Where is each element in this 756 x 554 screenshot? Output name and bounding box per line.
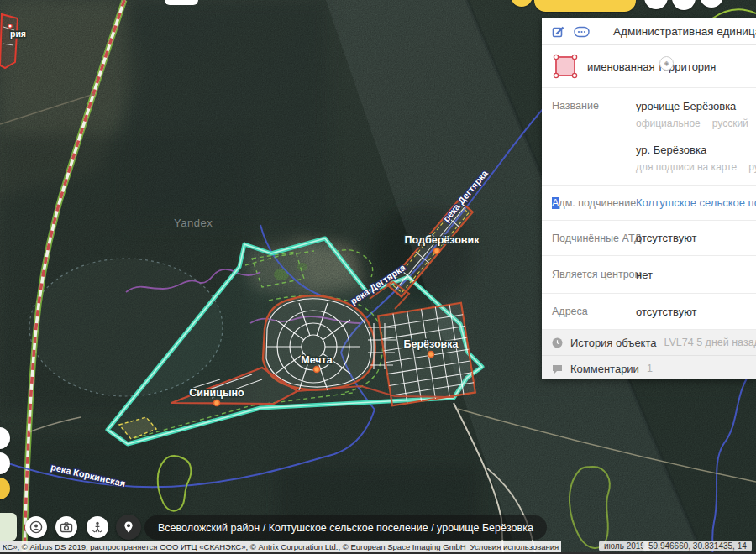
tool-button-yellow-pill[interactable] <box>534 0 636 12</box>
history-meta: LVL74 5 дней назад <box>664 337 756 348</box>
name-official-kind: официальное <box>636 118 701 129</box>
object-info-panel: Административная единица ◈ именованная т… <box>542 18 756 379</box>
comments-row[interactable]: Комментарии 1 <box>542 356 756 379</box>
imagery-date-pill[interactable]: июль 2019 <box>599 541 650 551</box>
label-mechta[interactable]: Мечта <box>301 354 333 366</box>
person-badge-icon <box>29 520 43 534</box>
admin-parent-link[interactable]: Колтушское сельское поселение <box>636 196 756 209</box>
name-map-value[interactable]: ур. Берёзовка <box>636 144 756 156</box>
is-center-row: Является центром нет <box>542 256 756 294</box>
comments-count: 1 <box>647 363 653 374</box>
search-box-sliver[interactable] <box>165 0 198 5</box>
app-window: Подберёзовик Берёзовка Мечта Синицыно ри… <box>0 0 756 554</box>
label-sinitsyno[interactable]: Синицыно <box>189 387 244 399</box>
marker-berezovka[interactable] <box>428 352 434 358</box>
name-map-kind: для подписи на карте <box>636 161 737 173</box>
name-section: Название урочище Берёзовка официальное р… <box>542 88 756 186</box>
location-button[interactable] <box>116 515 141 540</box>
admin-parent-row: Адм. подчинение Колтушское сельское посе… <box>542 186 756 221</box>
comments-bubble-icon <box>552 363 563 374</box>
copyright-text: КС», © Airbus DS 2019, распространяется … <box>3 542 466 551</box>
addresses-row: Адреса отсутствуют <box>542 294 756 330</box>
label-territory-partial: рия <box>10 29 26 39</box>
name-map-lang: русский <box>748 161 756 173</box>
neighbor-territory-outline[interactable] <box>0 14 18 68</box>
panel-header: Административная единица <box>542 18 756 45</box>
name-label: Название <box>552 100 636 112</box>
subordinate-value: отсутствуют <box>636 232 697 244</box>
label-podberezovik[interactable]: Подберёзовик <box>405 234 480 246</box>
is-center-label: Является центром <box>552 269 636 280</box>
berezovka-settlement[interactable] <box>378 303 475 405</box>
addresses-value: отсутствуют <box>636 306 697 318</box>
marker-sinitsyno[interactable] <box>214 400 220 406</box>
camera-icon <box>60 520 73 534</box>
history-label: История объекта <box>570 337 657 349</box>
panel-title: Административная единица <box>613 25 756 38</box>
history-clock-icon <box>552 337 563 348</box>
marker-mechta[interactable] <box>314 367 320 373</box>
yandex-watermark: Yandex <box>174 217 213 229</box>
collapse-panel-icon[interactable]: ◈ <box>659 56 674 71</box>
name-official-lang: русский <box>712 118 748 129</box>
marker-podberezovik[interactable] <box>434 248 440 254</box>
comments-label: Комментарии <box>570 363 639 375</box>
subordinate-label: Подчинённые АТД <box>552 233 636 244</box>
profile-button[interactable] <box>25 516 47 538</box>
territory-swatch-icon <box>552 53 579 80</box>
is-center-value: нет <box>636 269 653 281</box>
terms-link[interactable]: Условия использования <box>470 542 559 551</box>
history-row[interactable]: История объекта LVL74 5 дней назад <box>542 330 756 356</box>
more-icon[interactable] <box>574 26 590 38</box>
object-type-label: именованная территория <box>587 60 716 73</box>
addresses-label: Адреса <box>552 306 636 317</box>
copyright-bar: КС», © Airbus DS 2019, распространяется … <box>0 541 561 552</box>
name-official-value[interactable]: урочище Берёзовка <box>636 100 756 112</box>
admin-parent-label: Адм. подчинение <box>552 197 636 209</box>
map-pin-icon <box>122 520 135 534</box>
breadcrumb[interactable]: Всеволожский район / Колтушское сельское… <box>144 515 547 540</box>
coordinates-pill[interactable]: 59.946660, 30.831435, 14 <box>643 541 752 551</box>
object-type-row: именованная территория <box>542 45 756 88</box>
subordinate-row: Подчинённые АТД отсутствуют <box>542 221 756 256</box>
pedestrian-icon <box>91 520 104 534</box>
panoramas-button[interactable] <box>87 516 108 538</box>
photos-button[interactable] <box>55 516 77 538</box>
edge-panel-green[interactable] <box>0 513 17 541</box>
edit-icon[interactable] <box>552 25 565 39</box>
label-berezovka[interactable]: Берёзовка <box>404 338 459 350</box>
